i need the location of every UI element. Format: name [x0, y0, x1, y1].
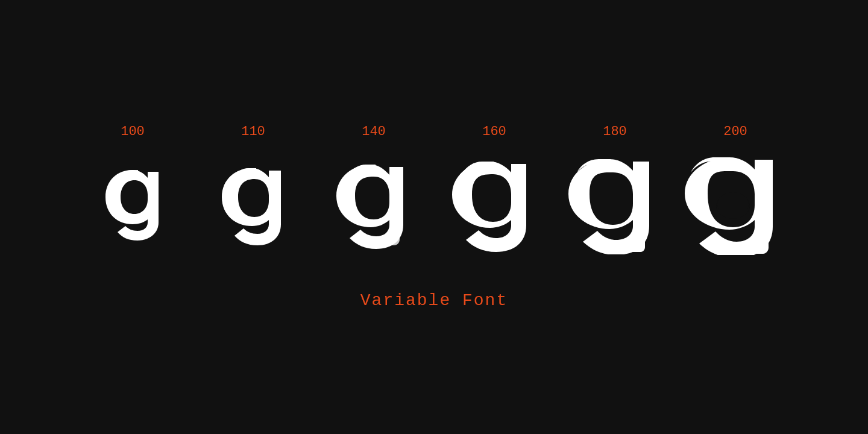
glyph-svg-200	[680, 151, 791, 255]
glyph-svg-110	[211, 155, 295, 251]
glyph-140	[313, 154, 434, 253]
glyph-svg-180	[562, 152, 668, 254]
glyph-200	[675, 151, 796, 255]
subtitle: Variable Font	[360, 291, 508, 310]
weight-label-200: 200	[675, 124, 796, 139]
glyph-160	[434, 153, 555, 254]
weight-label-180: 180	[555, 124, 675, 139]
main-container: 100 110 140 160 180 200	[0, 124, 868, 310]
glyph-180	[555, 152, 675, 254]
glyph-svg-140	[327, 154, 421, 253]
svg-point-1	[717, 192, 749, 216]
weight-label-140: 140	[313, 124, 434, 139]
glyph-100	[72, 155, 193, 251]
glyph-110	[193, 155, 313, 251]
weight-label-160: 160	[434, 124, 555, 139]
glyph-svg-100	[93, 155, 172, 251]
weight-label-100: 100	[72, 124, 193, 139]
weight-label-110: 110	[193, 124, 313, 139]
weight-labels-row: 100 110 140 160 180 200	[72, 124, 796, 139]
glyph-svg-160	[445, 153, 544, 254]
glyphs-row	[72, 151, 796, 255]
